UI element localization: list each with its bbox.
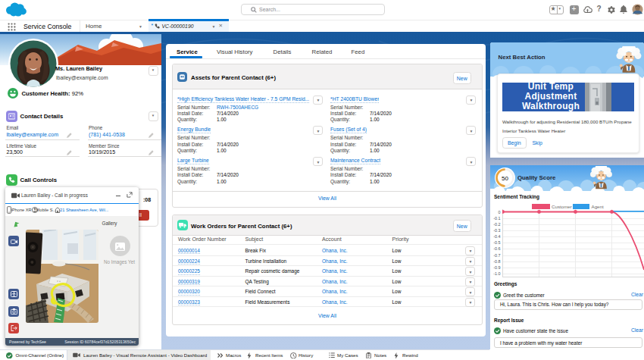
svg-text:50: 50	[502, 174, 508, 181]
